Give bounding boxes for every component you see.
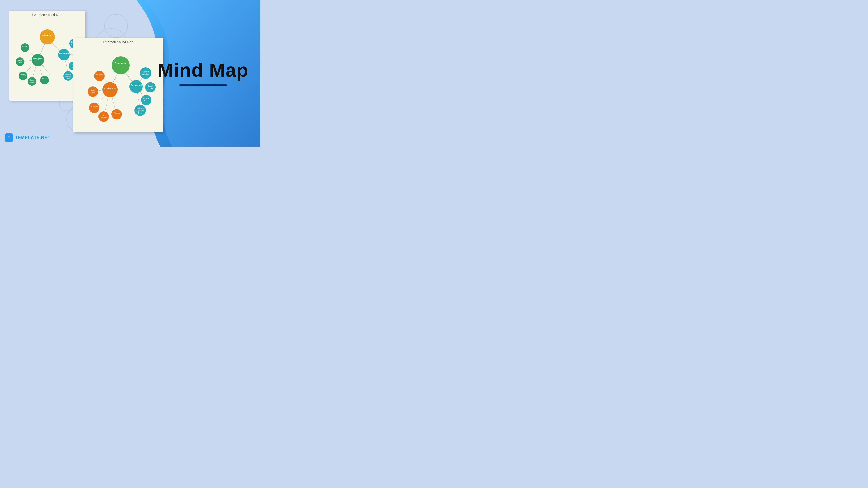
svg-text:Love: Love	[30, 79, 34, 81]
svg-text:Involved in: Involved in	[136, 107, 144, 109]
svg-text:Friends: Friends	[114, 112, 120, 114]
right-content: Mind Map	[157, 61, 249, 86]
svg-point-75	[145, 82, 156, 93]
svg-text:Status: Status	[90, 92, 95, 93]
svg-text:Journey: Journey	[20, 74, 26, 76]
svg-point-58	[129, 80, 143, 93]
svg-text:Antagonist: Antagonist	[131, 84, 142, 86]
svg-point-60	[94, 71, 104, 81]
svg-point-67	[98, 111, 109, 122]
svg-text:Interest: Interest	[29, 82, 35, 83]
brand-name: TEMPLATE.NET	[15, 135, 51, 140]
svg-text:Social: Social	[148, 85, 153, 87]
svg-text:Status: Status	[18, 62, 22, 64]
svg-point-18	[21, 43, 29, 52]
svg-text:Figure: Figure	[144, 100, 149, 102]
svg-point-16	[58, 49, 70, 60]
svg-text:Love: Love	[102, 115, 105, 116]
svg-point-70	[112, 109, 122, 120]
svg-text:Interest: Interest	[101, 117, 106, 119]
svg-text:Ambition: Ambition	[96, 73, 103, 76]
svg-point-54	[112, 56, 130, 74]
brand-icon: T	[5, 133, 13, 142]
svg-point-25	[28, 77, 36, 86]
svg-text:Crime: Crime	[66, 78, 70, 79]
svg-text:Organized: Organized	[65, 76, 71, 77]
title-underline	[179, 85, 227, 86]
mind-map-svg-2: Character Protagonist Antagonist Ambitio…	[73, 45, 163, 132]
card2-title: Character Mind Map	[73, 38, 163, 45]
svg-text:Organized: Organized	[136, 110, 144, 112]
svg-text:Protagonist: Protagonist	[104, 87, 116, 89]
svg-text:Ambition: Ambition	[142, 73, 149, 75]
svg-text:Involved in: Involved in	[65, 73, 71, 75]
svg-point-62	[88, 86, 98, 97]
svg-text:Journey: Journey	[91, 105, 97, 108]
svg-point-23	[19, 72, 27, 80]
svg-text:Antagonist: Antagonist	[59, 52, 69, 55]
svg-text:Character: Character	[115, 62, 127, 65]
svg-point-12	[40, 29, 55, 44]
svg-text:Protagonist: Protagonist	[33, 58, 43, 60]
page-title: Mind Map	[157, 61, 249, 80]
svg-point-56	[102, 82, 118, 97]
svg-point-20	[16, 58, 24, 66]
svg-text:Social: Social	[90, 89, 95, 91]
svg-text:Political: Political	[144, 98, 149, 99]
svg-point-28	[40, 76, 49, 85]
svg-text:Character: Character	[42, 34, 53, 36]
svg-point-65	[89, 103, 99, 113]
svg-text:Opposite: Opposite	[142, 71, 149, 73]
mind-map-card-2: Character Mind Map Character Protagonist…	[73, 38, 163, 132]
svg-point-14	[32, 54, 44, 66]
card1-title: Character Mind Map	[9, 11, 85, 18]
svg-text:Ambition: Ambition	[22, 45, 28, 47]
svg-text:Social: Social	[18, 60, 22, 61]
brand-footer: T TEMPLATE.NET	[5, 133, 51, 142]
svg-text:Crime: Crime	[138, 112, 142, 114]
svg-text:Friends: Friends	[42, 78, 47, 80]
svg-text:Status: Status	[148, 88, 153, 89]
